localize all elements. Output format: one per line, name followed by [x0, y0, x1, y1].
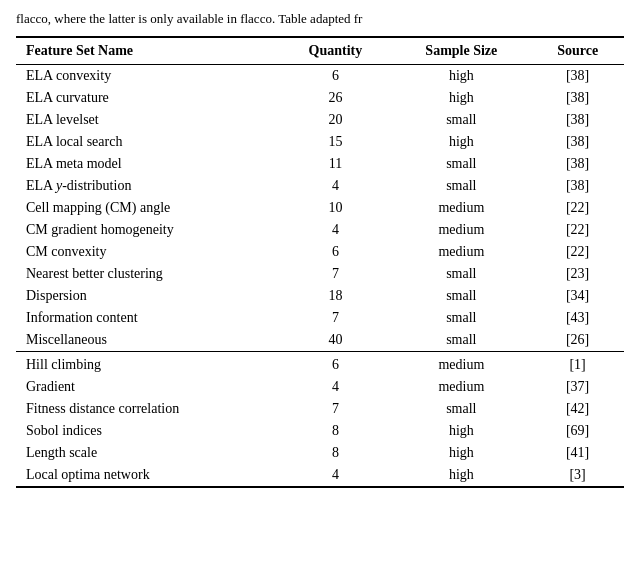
cell-source: [38] — [531, 131, 624, 153]
cell-feature-name: CM gradient homogeneity — [16, 219, 279, 241]
cell-source: [38] — [531, 175, 624, 197]
cell-feature-name: ELA levelset — [16, 109, 279, 131]
cell-source: [42] — [531, 398, 624, 420]
cell-sample-size: small — [391, 263, 531, 285]
cell-source: [3] — [531, 464, 624, 487]
cell-feature-name: Hill climbing — [16, 352, 279, 377]
table-row: ELA convexity6high[38] — [16, 65, 624, 88]
cell-feature-name: ELA y-distribution — [16, 175, 279, 197]
cell-quantity: 4 — [279, 464, 391, 487]
cell-sample-size: small — [391, 285, 531, 307]
table-row: CM gradient homogeneity4medium[22] — [16, 219, 624, 241]
cell-source: [38] — [531, 87, 624, 109]
cell-source: [23] — [531, 263, 624, 285]
cell-source: [38] — [531, 65, 624, 88]
cell-quantity: 11 — [279, 153, 391, 175]
cell-quantity: 8 — [279, 420, 391, 442]
cell-sample-size: medium — [391, 352, 531, 377]
cell-sample-size: high — [391, 87, 531, 109]
cell-sample-size: small — [391, 109, 531, 131]
feature-table: Feature Set Name Quantity Sample Size So… — [16, 36, 624, 488]
cell-feature-name: Cell mapping (CM) angle — [16, 197, 279, 219]
cell-source: [22] — [531, 219, 624, 241]
cell-quantity: 7 — [279, 263, 391, 285]
cell-sample-size: medium — [391, 241, 531, 263]
cell-source: [1] — [531, 352, 624, 377]
cell-sample-size: high — [391, 464, 531, 487]
cell-source: [26] — [531, 329, 624, 352]
cell-feature-name: Fitness distance correlation — [16, 398, 279, 420]
cell-feature-name: CM convexity — [16, 241, 279, 263]
cell-quantity: 6 — [279, 352, 391, 377]
cell-quantity: 18 — [279, 285, 391, 307]
cell-feature-name: ELA local search — [16, 131, 279, 153]
cell-quantity: 6 — [279, 65, 391, 88]
table-row: Fitness distance correlation7small[42] — [16, 398, 624, 420]
cell-feature-name: Gradient — [16, 376, 279, 398]
table-caption: flacco, where the latter is only availab… — [16, 10, 624, 28]
cell-source: [34] — [531, 285, 624, 307]
table-row: Local optima network4high[3] — [16, 464, 624, 487]
cell-sample-size: medium — [391, 197, 531, 219]
cell-source: [38] — [531, 109, 624, 131]
cell-source: [43] — [531, 307, 624, 329]
table-row: Cell mapping (CM) angle10medium[22] — [16, 197, 624, 219]
cell-sample-size: small — [391, 307, 531, 329]
cell-feature-name: ELA convexity — [16, 65, 279, 88]
table-row: ELA y-distribution4small[38] — [16, 175, 624, 197]
cell-feature-name: Local optima network — [16, 464, 279, 487]
cell-sample-size: medium — [391, 219, 531, 241]
cell-quantity: 8 — [279, 442, 391, 464]
cell-feature-name: Nearest better clustering — [16, 263, 279, 285]
cell-feature-name: ELA meta model — [16, 153, 279, 175]
cell-feature-name: Dispersion — [16, 285, 279, 307]
table-row: Hill climbing6medium[1] — [16, 352, 624, 377]
cell-sample-size: high — [391, 420, 531, 442]
table-row: Nearest better clustering7small[23] — [16, 263, 624, 285]
table-row: CM convexity6medium[22] — [16, 241, 624, 263]
cell-quantity: 40 — [279, 329, 391, 352]
cell-source: [37] — [531, 376, 624, 398]
table-row: Length scale8high[41] — [16, 442, 624, 464]
cell-source: [22] — [531, 241, 624, 263]
cell-sample-size: small — [391, 329, 531, 352]
col-header-name: Feature Set Name — [16, 37, 279, 65]
cell-quantity: 7 — [279, 307, 391, 329]
cell-feature-name: Sobol indices — [16, 420, 279, 442]
table-row: ELA local search15high[38] — [16, 131, 624, 153]
cell-source: [38] — [531, 153, 624, 175]
cell-quantity: 4 — [279, 219, 391, 241]
cell-quantity: 20 — [279, 109, 391, 131]
col-header-sample-size: Sample Size — [391, 37, 531, 65]
col-header-source: Source — [531, 37, 624, 65]
cell-feature-name: Information content — [16, 307, 279, 329]
cell-source: [69] — [531, 420, 624, 442]
cell-source: [41] — [531, 442, 624, 464]
cell-feature-name: Length scale — [16, 442, 279, 464]
cell-source: [22] — [531, 197, 624, 219]
col-header-quantity: Quantity — [279, 37, 391, 65]
cell-quantity: 26 — [279, 87, 391, 109]
table-row: ELA meta model11small[38] — [16, 153, 624, 175]
cell-quantity: 4 — [279, 175, 391, 197]
cell-quantity: 10 — [279, 197, 391, 219]
cell-sample-size: high — [391, 442, 531, 464]
table-row: ELA levelset20small[38] — [16, 109, 624, 131]
cell-quantity: 6 — [279, 241, 391, 263]
table-row: ELA curvature26high[38] — [16, 87, 624, 109]
cell-sample-size: small — [391, 153, 531, 175]
cell-feature-name: ELA curvature — [16, 87, 279, 109]
cell-feature-name: Miscellaneous — [16, 329, 279, 352]
table-row: Gradient4medium[37] — [16, 376, 624, 398]
cell-sample-size: high — [391, 65, 531, 88]
cell-quantity: 4 — [279, 376, 391, 398]
table-row: Information content7small[43] — [16, 307, 624, 329]
table-row: Dispersion18small[34] — [16, 285, 624, 307]
cell-quantity: 7 — [279, 398, 391, 420]
cell-sample-size: small — [391, 175, 531, 197]
table-row: Sobol indices8high[69] — [16, 420, 624, 442]
cell-quantity: 15 — [279, 131, 391, 153]
table-row: Miscellaneous40small[26] — [16, 329, 624, 352]
cell-sample-size: high — [391, 131, 531, 153]
table-header-row: Feature Set Name Quantity Sample Size So… — [16, 37, 624, 65]
